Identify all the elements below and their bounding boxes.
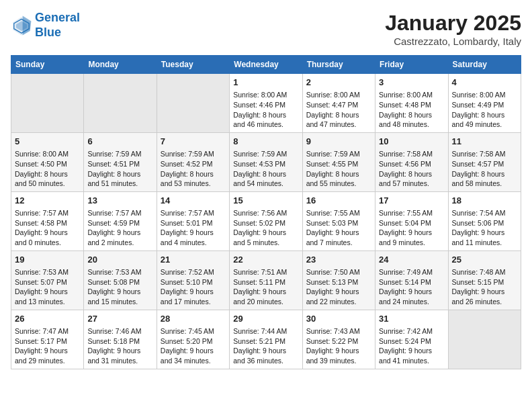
day-number: 27: [87, 313, 152, 325]
cell-content-line: Sunrise: 7:51 AM: [233, 267, 298, 277]
cell-content-line: Daylight: 9 hours: [87, 228, 152, 238]
cell-content-line: Sunset: 4:52 PM: [161, 159, 226, 169]
day-number: 12: [15, 195, 80, 207]
cell-content-line: Sunrise: 8:00 AM: [15, 149, 80, 159]
cell-content-line: and 51 minutes.: [87, 179, 152, 189]
cell-content-line: Sunrise: 7:53 AM: [87, 267, 152, 277]
cell-content-line: Sunrise: 7:52 AM: [161, 267, 226, 277]
cell-content-line: and 31 minutes.: [87, 356, 152, 366]
cell-content-line: Sunset: 4:47 PM: [306, 100, 371, 110]
day-number: 16: [306, 195, 371, 207]
cell-content-line: Sunrise: 7:45 AM: [161, 326, 226, 336]
cell-content-line: and 39 minutes.: [306, 356, 371, 366]
cell-content-line: and 46 minutes.: [233, 120, 298, 130]
cell-content-line: Daylight: 9 hours: [15, 287, 80, 297]
day-number: 8: [233, 136, 298, 148]
cell-content-line: Daylight: 8 hours: [379, 110, 444, 120]
calendar-cell: 12Sunrise: 7:57 AMSunset: 4:58 PMDayligh…: [11, 191, 84, 250]
cell-content-line: Sunrise: 7:43 AM: [306, 326, 371, 336]
cell-content-line: and 57 minutes.: [379, 179, 444, 189]
cell-content-line: and 20 minutes.: [233, 297, 298, 307]
day-number: 20: [87, 254, 152, 266]
cell-content-line: Sunset: 5:08 PM: [87, 277, 152, 287]
day-number: 21: [161, 254, 226, 266]
cell-content-line: and 2 minutes.: [87, 238, 152, 248]
cell-content-line: Daylight: 8 hours: [15, 169, 80, 179]
cell-content-line: and 55 minutes.: [306, 179, 371, 189]
day-number: 15: [233, 195, 298, 207]
cell-content-line: and 5 minutes.: [233, 238, 298, 248]
day-number: 1: [233, 77, 298, 89]
calendar-cell: 9Sunrise: 7:59 AMSunset: 4:55 PMDaylight…: [302, 132, 375, 191]
day-number: 23: [306, 254, 371, 266]
cell-content-line: Sunrise: 7:47 AM: [15, 326, 80, 336]
cell-content-line: Sunset: 4:55 PM: [306, 159, 371, 169]
cell-content-line: and 41 minutes.: [379, 356, 444, 366]
calendar-title: January 2025: [385, 11, 521, 36]
calendar-cell: 22Sunrise: 7:51 AMSunset: 5:11 PMDayligh…: [230, 250, 302, 310]
day-number: 30: [306, 313, 371, 325]
calendar-cell: [84, 74, 157, 133]
day-number: 9: [306, 136, 371, 148]
cell-content-line: Sunset: 5:07 PM: [15, 277, 80, 287]
cell-content-line: and 26 minutes.: [452, 297, 517, 307]
cell-content-line: Daylight: 8 hours: [306, 169, 371, 179]
cell-content-line: Daylight: 9 hours: [15, 228, 80, 238]
cell-content-line: Sunset: 5:03 PM: [306, 218, 371, 228]
cell-content-line: Sunrise: 7:44 AM: [233, 326, 298, 336]
calendar-subtitle: Castrezzato, Lombardy, Italy: [385, 36, 521, 47]
cell-content-line: and 24 minutes.: [379, 297, 444, 307]
calendar-cell: 7Sunrise: 7:59 AMSunset: 4:52 PMDaylight…: [157, 132, 229, 191]
cell-content-line: and 4 minutes.: [161, 238, 226, 248]
day-number: 3: [379, 77, 444, 89]
cell-content-line: Daylight: 9 hours: [306, 228, 371, 238]
cell-content-line: Sunset: 4:58 PM: [15, 218, 80, 228]
cell-content-line: Sunset: 4:57 PM: [452, 159, 517, 169]
calendar-cell: [157, 74, 229, 133]
calendar-cell: 18Sunrise: 7:54 AMSunset: 5:06 PMDayligh…: [448, 191, 521, 250]
day-number: 7: [161, 136, 226, 148]
cell-content-line: Sunrise: 8:00 AM: [379, 90, 444, 100]
calendar-cell: 20Sunrise: 7:53 AMSunset: 5:08 PMDayligh…: [84, 250, 157, 310]
cell-content-line: and 47 minutes.: [306, 120, 371, 130]
calendar-cell: 17Sunrise: 7:55 AMSunset: 5:04 PMDayligh…: [375, 191, 448, 250]
calendar-cell: 5Sunrise: 8:00 AMSunset: 4:50 PMDaylight…: [11, 132, 84, 191]
cell-content-line: Daylight: 9 hours: [452, 228, 517, 238]
cell-content-line: and 13 minutes.: [15, 297, 80, 307]
calendar-cell: 3Sunrise: 8:00 AMSunset: 4:48 PMDaylight…: [375, 74, 448, 133]
logo-icon: [11, 15, 32, 36]
calendar-week-row: 5Sunrise: 8:00 AMSunset: 4:50 PMDaylight…: [11, 132, 521, 191]
cell-content-line: Daylight: 8 hours: [452, 169, 517, 179]
cell-content-line: Sunset: 5:18 PM: [87, 336, 152, 347]
cell-content-line: Daylight: 8 hours: [233, 169, 298, 179]
cell-content-line: Daylight: 9 hours: [306, 346, 371, 356]
cell-content-line: Sunrise: 7:50 AM: [306, 267, 371, 277]
day-number: 10: [379, 136, 444, 148]
cell-content-line: Daylight: 9 hours: [233, 287, 298, 297]
cell-content-line: Sunrise: 8:00 AM: [306, 90, 371, 100]
cell-content-line: Daylight: 9 hours: [379, 228, 444, 238]
cell-content-line: and 34 minutes.: [161, 356, 226, 366]
cell-content-line: Sunrise: 7:59 AM: [306, 149, 371, 159]
cell-content-line: Daylight: 8 hours: [379, 169, 444, 179]
cell-content-line: Sunrise: 7:59 AM: [233, 149, 298, 159]
calendar-cell: 15Sunrise: 7:56 AMSunset: 5:02 PMDayligh…: [230, 191, 302, 250]
cell-content-line: Sunrise: 7:58 AM: [379, 149, 444, 159]
cell-content-line: Daylight: 9 hours: [161, 346, 226, 356]
logo: General Blue: [11, 11, 80, 40]
cell-content-line: Sunset: 4:51 PM: [87, 159, 152, 169]
weekday-header-monday: Monday: [84, 56, 157, 74]
calendar-cell: 28Sunrise: 7:45 AMSunset: 5:20 PMDayligh…: [157, 310, 229, 369]
calendar-week-row: 12Sunrise: 7:57 AMSunset: 4:58 PMDayligh…: [11, 191, 521, 250]
calendar-cell: 24Sunrise: 7:49 AMSunset: 5:14 PMDayligh…: [375, 250, 448, 310]
cell-content-line: Sunrise: 7:42 AM: [379, 326, 444, 336]
cell-content-line: Daylight: 9 hours: [15, 346, 80, 356]
cell-content-line: and 36 minutes.: [233, 356, 298, 366]
cell-content-line: Sunrise: 7:59 AM: [87, 149, 152, 159]
weekday-header-saturday: Saturday: [448, 56, 521, 74]
cell-content-line: Sunset: 5:17 PM: [15, 336, 80, 347]
cell-content-line: Sunset: 5:13 PM: [306, 277, 371, 287]
cell-content-line: Sunset: 5:14 PM: [379, 277, 444, 287]
weekday-header-row: SundayMondayTuesdayWednesdayThursdayFrid…: [11, 56, 521, 74]
cell-content-line: Sunrise: 7:57 AM: [15, 208, 80, 218]
